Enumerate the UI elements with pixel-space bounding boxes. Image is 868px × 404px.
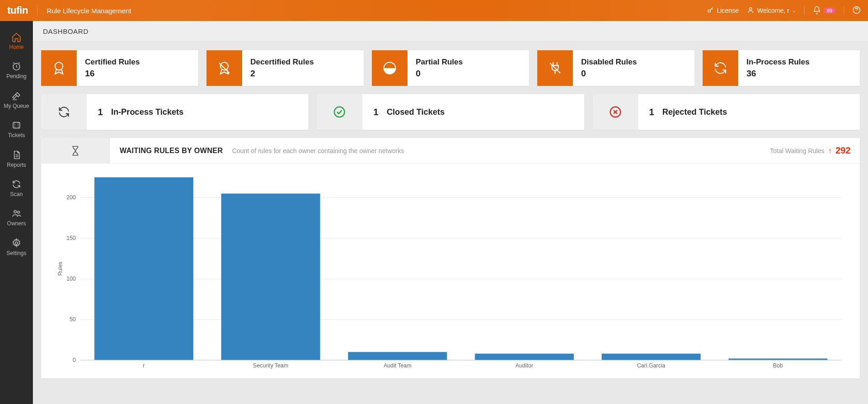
svg-text:Carl.Garcia: Carl.Garcia (637, 362, 665, 369)
sidebar-item-home[interactable]: Home (0, 27, 33, 56)
x-circle-icon (593, 94, 638, 130)
stat-value: 2 (250, 69, 355, 79)
svg-rect-26 (221, 194, 320, 360)
chevron-down-icon: ⌄ (792, 8, 796, 13)
chart-subtitle: Count of rules for each owner containing… (232, 147, 404, 154)
ticket-cards-row: 1In-Process Tickets 1Closed Tickets 1Rej… (41, 94, 860, 130)
license-link[interactable]: License (707, 6, 739, 15)
stat-label: In-Process Rules (746, 58, 852, 67)
nav-label: Owners (7, 220, 26, 227)
top-bar: tufin Rule Lifecycle Management License … (0, 0, 868, 21)
svg-point-5 (14, 211, 17, 213)
check-circle-icon (317, 94, 362, 130)
sidebar-item-settings[interactable]: Settings (0, 233, 33, 262)
chart-header: WAITING RULES BY OWNER Count of rules fo… (41, 138, 860, 164)
sidebar-item-scan[interactable]: Scan (0, 174, 33, 203)
stat-label: Certified Rules (85, 58, 190, 67)
stat-card-inprocess[interactable]: In-Process Rules36 (703, 50, 860, 86)
home-icon (11, 32, 21, 42)
sidebar-item-my-queue[interactable]: My Queue (0, 85, 33, 115)
help-icon (852, 6, 861, 16)
notification-badge: 89 (824, 7, 836, 14)
svg-rect-28 (348, 352, 447, 360)
sidebar-item-owners[interactable]: Owners (0, 203, 33, 232)
divider (804, 6, 804, 15)
svg-text:Audit Team: Audit Team (384, 362, 412, 369)
svg-text:r: r (143, 362, 145, 369)
svg-point-11 (334, 107, 345, 117)
plug-off-icon (537, 50, 573, 86)
stat-label: Partial Rules (416, 58, 521, 67)
svg-text:100: 100 (66, 276, 76, 282)
svg-point-9 (221, 62, 228, 70)
main-content: DASHBOARD Certified Rules16 Decertified … (33, 21, 868, 404)
ticket-card-closed[interactable]: 1Closed Tickets (317, 94, 584, 130)
stat-card-disabled[interactable]: Disabled Rules0 (537, 50, 694, 86)
svg-text:0: 0 (73, 357, 76, 363)
app-title: Rule Lifecycle Management (47, 7, 131, 15)
svg-point-8 (55, 62, 63, 70)
svg-text:Rules: Rules (57, 262, 64, 276)
svg-point-0 (708, 10, 710, 12)
svg-rect-24 (95, 177, 194, 360)
svg-rect-4 (13, 122, 20, 128)
logo: tufin (7, 5, 37, 16)
svg-text:Security Team: Security Team (253, 362, 288, 369)
page-header: DASHBOARD (33, 21, 868, 42)
nav-label: Scan (10, 191, 22, 197)
refresh-icon (41, 94, 87, 130)
stat-card-partial[interactable]: Partial Rules0 (372, 50, 529, 86)
ticket-card-rejected[interactable]: 1Rejected Tickets (593, 94, 860, 130)
half-circle-icon (372, 50, 408, 86)
ticket-card-inprocess[interactable]: 1In-Process Tickets (41, 94, 308, 130)
refresh-icon (11, 179, 21, 189)
ticket-label: Rejected Tickets (662, 107, 727, 117)
document-icon (11, 150, 21, 160)
page-title: DASHBOARD (43, 27, 858, 35)
welcome-text: Welcome, r (757, 7, 789, 14)
chart-total-label: Total Waiting Rules (770, 147, 824, 154)
svg-text:50: 50 (69, 316, 76, 323)
bell-icon (813, 6, 821, 16)
ticket-count: 1 (98, 107, 103, 117)
svg-point-7 (15, 242, 18, 245)
sidebar-item-tickets[interactable]: Tickets (0, 115, 33, 144)
user-menu[interactable]: Welcome, r ⌄ (747, 6, 796, 15)
sidebar-item-pending[interactable]: Pending (0, 56, 33, 85)
svg-point-1 (750, 7, 752, 10)
stat-card-decertified[interactable]: Decertified Rules2 (206, 50, 364, 86)
nav-label: My Queue (4, 103, 29, 109)
stat-label: Disabled Rules (581, 58, 686, 67)
svg-rect-32 (602, 354, 701, 360)
chart-title: WAITING RULES BY OWNER (120, 147, 223, 155)
license-label: License (717, 7, 739, 14)
gear-icon (11, 238, 21, 248)
stat-value: 0 (581, 69, 686, 79)
svg-text:Bob: Bob (773, 362, 783, 369)
stat-cards-row: Certified Rules16 Decertified Rules2 Par… (41, 50, 860, 86)
svg-text:Auditor: Auditor (515, 362, 533, 369)
stat-label: Decertified Rules (250, 58, 355, 67)
stat-value: 36 (746, 69, 852, 79)
ticket-count: 1 (373, 107, 378, 117)
nav-label: Pending (6, 73, 26, 80)
nav-label: Settings (6, 250, 26, 256)
ticket-label: In-Process Tickets (111, 107, 184, 117)
svg-rect-30 (475, 354, 574, 360)
ribbon-slash-icon (206, 50, 242, 86)
svg-text:150: 150 (66, 235, 76, 241)
sync-icon (703, 50, 738, 86)
ribbon-icon (41, 50, 77, 86)
stat-card-certified[interactable]: Certified Rules16 (41, 50, 198, 86)
clock-icon (11, 61, 21, 71)
user-icon (747, 6, 754, 15)
bar-chart: 050100150200RulesrSecurity TeamAudit Tea… (55, 173, 846, 374)
help-button[interactable] (852, 6, 861, 16)
notifications-button[interactable]: 89 (813, 6, 836, 16)
key-icon (707, 6, 714, 15)
chart-total-value: 292 (836, 145, 851, 156)
sidebar-item-reports[interactable]: Reports (0, 144, 33, 174)
chart-area: 050100150200RulesrSecurity TeamAudit Tea… (41, 164, 860, 378)
arrow-up-icon: ↑ (828, 147, 832, 155)
svg-point-6 (17, 211, 20, 213)
